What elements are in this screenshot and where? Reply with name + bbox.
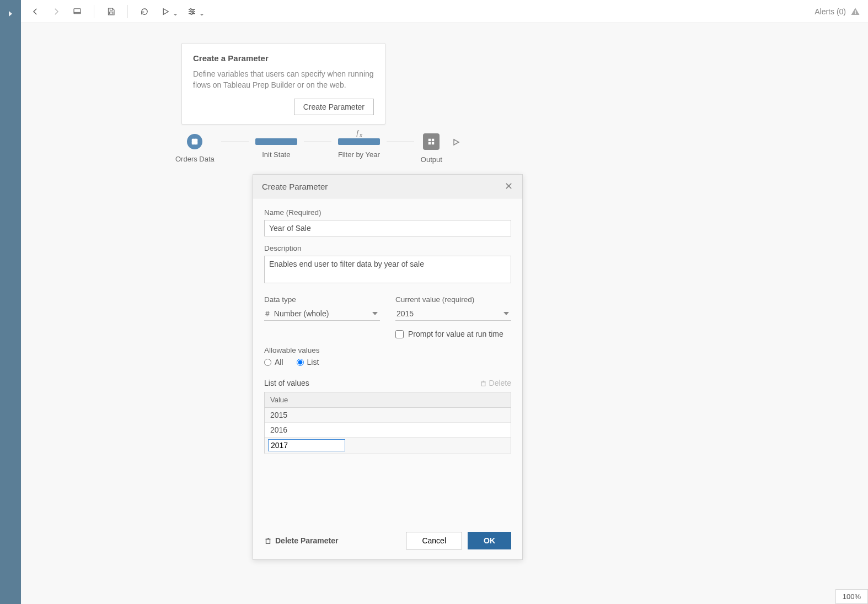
list-of-values-label: List of values <box>264 379 309 387</box>
zoom-level[interactable]: 100% <box>835 589 868 604</box>
callout-body: Define variables that users can specify … <box>193 68 374 91</box>
prompt-run-time-checkbox[interactable] <box>395 330 404 338</box>
flow-canvas[interactable]: Create a Parameter Define variables that… <box>21 23 868 604</box>
database-icon <box>187 134 202 149</box>
save-button[interactable] <box>104 5 117 18</box>
chevron-down-icon <box>372 312 378 315</box>
separator <box>94 5 94 18</box>
svg-point-3 <box>192 10 194 12</box>
ok-button[interactable]: OK <box>468 532 511 549</box>
flow-node-orders-data[interactable]: Orders Data <box>175 134 215 163</box>
dialog-header: Create Parameter ✕ <box>253 175 522 198</box>
run-output-button[interactable] <box>452 138 460 146</box>
radio-label-list: List <box>307 358 319 366</box>
create-parameter-button[interactable]: Create Parameter <box>294 99 374 115</box>
name-label: Name (Required) <box>264 208 511 217</box>
datatype-select[interactable]: #Number (whole) <box>264 307 380 321</box>
flow-node-init-state[interactable]: Init State <box>255 138 297 159</box>
connector <box>304 142 331 142</box>
radio-label-all: All <box>275 358 283 366</box>
description-input[interactable]: Enables end user to filter data by year … <box>264 256 511 283</box>
list-item[interactable]: 2015 <box>265 408 511 423</box>
settings-dropdown[interactable] <box>200 9 204 14</box>
chevron-down-icon <box>503 312 509 315</box>
svg-rect-12 <box>481 382 485 386</box>
flow-graph: Orders Data Init State ƒx Filter by Year… <box>175 133 460 164</box>
node-label: Output <box>421 155 442 164</box>
flow-node-filter-by-year[interactable]: ƒx Filter by Year <box>338 138 380 159</box>
prompt-run-time-label: Prompt for value at run time <box>408 330 503 338</box>
step-bar <box>338 138 380 145</box>
description-label: Description <box>264 244 511 252</box>
settings-button[interactable] <box>185 5 199 18</box>
cancel-button[interactable]: Cancel <box>406 532 462 549</box>
step-bar <box>255 138 297 145</box>
connector <box>221 142 249 142</box>
svg-rect-11 <box>432 142 434 144</box>
allowable-list-radio[interactable]: List <box>297 358 319 366</box>
close-icon[interactable]: ✕ <box>503 181 513 191</box>
delete-parameter-label: Delete Parameter <box>275 536 338 545</box>
warning-icon <box>850 7 860 17</box>
delete-label: Delete <box>489 379 511 387</box>
current-value-select[interactable]: 2015 <box>395 307 511 321</box>
values-grid: Value 2015 2016 <box>264 392 511 454</box>
alerts-label[interactable]: Alerts (0) <box>815 7 846 16</box>
run-flow-dropdown[interactable] <box>173 9 178 14</box>
back-button[interactable] <box>29 5 42 18</box>
svg-rect-8 <box>428 139 431 141</box>
grid-header-value: Value <box>265 392 511 408</box>
allowable-values-label: Allowable values <box>264 346 511 354</box>
node-label: Orders Data <box>175 155 215 163</box>
dialog-title: Create Parameter <box>262 182 328 191</box>
number-icon: # <box>265 309 270 318</box>
run-flow-button[interactable] <box>159 5 172 18</box>
separator <box>127 5 128 18</box>
callout-title: Create a Parameter <box>193 53 374 63</box>
svg-point-4 <box>191 13 192 14</box>
list-value-input[interactable] <box>268 439 345 451</box>
forward-button[interactable] <box>50 5 63 18</box>
parameter-icon: ƒx <box>355 128 362 138</box>
left-panel-toggle[interactable] <box>0 0 21 604</box>
current-value-label: Current value (required) <box>395 295 511 304</box>
list-item-editing[interactable] <box>265 438 511 454</box>
datatype-value: Number (whole) <box>274 309 329 318</box>
svg-rect-10 <box>428 142 431 144</box>
svg-rect-5 <box>855 10 856 13</box>
svg-rect-13 <box>266 539 270 543</box>
connector <box>387 142 414 142</box>
output-icon <box>423 133 440 150</box>
svg-rect-9 <box>432 139 434 141</box>
create-parameter-callout: Create a Parameter Define variables that… <box>181 43 385 125</box>
presentation-button[interactable] <box>71 5 84 18</box>
delete-parameter-button[interactable]: Delete Parameter <box>264 536 338 545</box>
name-input[interactable] <box>264 220 511 236</box>
toolbar: Alerts (0) <box>21 0 868 23</box>
svg-point-2 <box>190 8 191 10</box>
datatype-label: Data type <box>264 295 380 304</box>
list-item[interactable]: 2016 <box>265 423 511 438</box>
allowable-all-radio[interactable]: All <box>264 358 283 366</box>
node-label: Filter by Year <box>338 150 380 159</box>
flow-node-output[interactable]: Output <box>421 133 442 164</box>
list-delete-button[interactable]: Delete <box>480 379 511 387</box>
svg-rect-6 <box>855 13 856 14</box>
svg-rect-7 <box>192 139 198 145</box>
svg-rect-0 <box>74 8 81 13</box>
node-label: Init State <box>262 150 290 159</box>
refresh-button[interactable] <box>138 5 151 18</box>
create-parameter-dialog: Create Parameter ✕ Name (Required) Descr… <box>253 174 523 560</box>
svg-rect-1 <box>110 12 113 14</box>
current-value: 2015 <box>397 309 414 318</box>
